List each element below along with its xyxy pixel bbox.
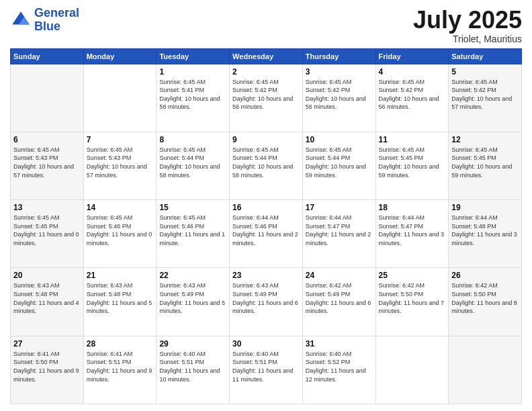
col-friday: Friday	[375, 48, 449, 64]
day-number: 18	[379, 203, 446, 212]
day-number: 9	[232, 135, 300, 144]
table-row: 4Sunrise: 6:45 AMSunset: 5:42 PMDaylight…	[375, 64, 449, 132]
day-info: Sunrise: 6:42 AMSunset: 5:50 PMDaylight:…	[451, 281, 519, 315]
day-info: Sunrise: 6:43 AMSunset: 5:48 PMDaylight:…	[87, 281, 154, 315]
day-info: Sunrise: 6:45 AMSunset: 5:45 PMDaylight:…	[13, 214, 81, 247]
day-info: Sunrise: 6:43 AMSunset: 5:49 PMDaylight:…	[159, 281, 226, 315]
day-info: Sunrise: 6:41 AMSunset: 5:50 PMDaylight:…	[13, 350, 81, 383]
day-info: Sunrise: 6:40 AMSunset: 5:51 PMDaylight:…	[159, 350, 226, 383]
day-number: 4	[379, 67, 446, 77]
table-row: 20Sunrise: 6:43 AMSunset: 5:48 PMDayligh…	[11, 268, 84, 336]
logo-icon	[10, 9, 32, 31]
col-wednesday: Wednesday	[230, 48, 303, 64]
day-number: 16	[232, 203, 300, 212]
day-number: 1	[159, 67, 226, 77]
table-row: 6Sunrise: 6:45 AMSunset: 5:43 PMDaylight…	[11, 132, 84, 199]
day-number: 14	[87, 203, 154, 212]
table-row: 13Sunrise: 6:45 AMSunset: 5:45 PMDayligh…	[11, 200, 84, 268]
page: General Blue July 2025 Triolet, Mauritiu…	[0, 0, 532, 411]
table-row	[11, 64, 84, 132]
day-number: 17	[306, 203, 373, 212]
day-info: Sunrise: 6:45 AMSunset: 5:42 PMDaylight:…	[306, 78, 373, 111]
day-info: Sunrise: 6:44 AMSunset: 5:48 PMDaylight:…	[451, 214, 519, 247]
table-row: 1Sunrise: 6:45 AMSunset: 5:41 PMDaylight…	[157, 64, 230, 132]
table-row: 7Sunrise: 6:45 AMSunset: 5:43 PMDaylight…	[83, 132, 157, 199]
table-row: 28Sunrise: 6:41 AMSunset: 5:51 PMDayligh…	[83, 336, 157, 404]
table-row: 18Sunrise: 6:44 AMSunset: 5:47 PMDayligh…	[375, 200, 449, 268]
calendar-week-row: 13Sunrise: 6:45 AMSunset: 5:45 PMDayligh…	[11, 200, 522, 268]
table-row: 14Sunrise: 6:45 AMSunset: 5:46 PMDayligh…	[83, 200, 157, 268]
table-row: 3Sunrise: 6:45 AMSunset: 5:42 PMDaylight…	[302, 64, 375, 132]
day-number: 24	[306, 271, 373, 280]
day-number: 2	[232, 67, 300, 77]
day-info: Sunrise: 6:43 AMSunset: 5:48 PMDaylight:…	[13, 281, 81, 315]
day-info: Sunrise: 6:45 AMSunset: 5:42 PMDaylight:…	[379, 78, 446, 111]
col-monday: Monday	[83, 48, 157, 64]
table-row: 17Sunrise: 6:44 AMSunset: 5:47 PMDayligh…	[302, 200, 375, 268]
col-saturday: Saturday	[449, 48, 522, 64]
day-number: 27	[13, 339, 81, 349]
day-info: Sunrise: 6:40 AMSunset: 5:51 PMDaylight:…	[232, 350, 300, 383]
day-info: Sunrise: 6:45 AMSunset: 5:43 PMDaylight:…	[13, 146, 81, 179]
day-info: Sunrise: 6:45 AMSunset: 5:45 PMDaylight:…	[451, 146, 519, 179]
day-number: 10	[306, 135, 373, 144]
day-number: 8	[159, 135, 226, 144]
calendar-body: 1Sunrise: 6:45 AMSunset: 5:41 PMDaylight…	[11, 64, 522, 404]
day-number: 13	[13, 203, 81, 212]
calendar-table: Sunday Monday Tuesday Wednesday Thursday…	[10, 48, 522, 404]
col-thursday: Thursday	[302, 48, 375, 64]
table-row: 23Sunrise: 6:43 AMSunset: 5:49 PMDayligh…	[230, 268, 303, 336]
table-row: 12Sunrise: 6:45 AMSunset: 5:45 PMDayligh…	[449, 132, 522, 199]
table-row: 31Sunrise: 6:40 AMSunset: 5:52 PMDayligh…	[302, 336, 375, 404]
table-row: 27Sunrise: 6:41 AMSunset: 5:50 PMDayligh…	[11, 336, 84, 404]
day-number: 23	[232, 271, 300, 280]
day-info: Sunrise: 6:40 AMSunset: 5:52 PMDaylight:…	[306, 350, 373, 383]
table-row: 11Sunrise: 6:45 AMSunset: 5:45 PMDayligh…	[375, 132, 449, 199]
day-number: 28	[87, 339, 154, 349]
day-info: Sunrise: 6:45 AMSunset: 5:43 PMDaylight:…	[87, 146, 154, 179]
day-info: Sunrise: 6:45 AMSunset: 5:41 PMDaylight:…	[159, 78, 226, 111]
col-sunday: Sunday	[11, 48, 84, 64]
day-number: 25	[379, 271, 446, 280]
table-row: 8Sunrise: 6:45 AMSunset: 5:44 PMDaylight…	[157, 132, 230, 199]
day-info: Sunrise: 6:41 AMSunset: 5:51 PMDaylight:…	[87, 350, 154, 383]
table-row: 5Sunrise: 6:45 AMSunset: 5:42 PMDaylight…	[449, 64, 522, 132]
table-row: 19Sunrise: 6:44 AMSunset: 5:48 PMDayligh…	[449, 200, 522, 268]
day-number: 3	[306, 67, 373, 77]
table-row	[83, 64, 157, 132]
day-number: 7	[87, 135, 154, 144]
day-number: 20	[13, 271, 81, 280]
table-row: 26Sunrise: 6:42 AMSunset: 5:50 PMDayligh…	[449, 268, 522, 336]
day-number: 6	[13, 135, 81, 144]
table-row: 29Sunrise: 6:40 AMSunset: 5:51 PMDayligh…	[157, 336, 230, 404]
day-info: Sunrise: 6:45 AMSunset: 5:42 PMDaylight:…	[232, 78, 300, 111]
day-number: 29	[159, 339, 226, 349]
day-number: 22	[159, 271, 226, 280]
calendar-week-row: 1Sunrise: 6:45 AMSunset: 5:41 PMDaylight…	[11, 64, 522, 132]
location-subtitle: Triolet, Mauritius	[413, 34, 522, 44]
table-row: 15Sunrise: 6:45 AMSunset: 5:46 PMDayligh…	[157, 200, 230, 268]
logo: General Blue	[10, 7, 79, 34]
day-number: 19	[451, 203, 519, 212]
logo-line2: Blue	[34, 19, 60, 33]
day-number: 31	[306, 339, 373, 349]
day-number: 5	[451, 67, 519, 77]
day-info: Sunrise: 6:45 AMSunset: 5:44 PMDaylight:…	[159, 146, 226, 179]
table-row	[375, 336, 449, 404]
day-number: 21	[87, 271, 154, 280]
table-row: 21Sunrise: 6:43 AMSunset: 5:48 PMDayligh…	[83, 268, 157, 336]
table-row: 24Sunrise: 6:42 AMSunset: 5:49 PMDayligh…	[302, 268, 375, 336]
day-number: 12	[451, 135, 519, 144]
day-number: 30	[232, 339, 300, 349]
logo-text: General Blue	[34, 7, 79, 34]
day-info: Sunrise: 6:45 AMSunset: 5:42 PMDaylight:…	[451, 78, 519, 111]
logo-line1: General	[34, 6, 79, 19]
calendar-week-row: 6Sunrise: 6:45 AMSunset: 5:43 PMDaylight…	[11, 132, 522, 199]
table-row: 30Sunrise: 6:40 AMSunset: 5:51 PMDayligh…	[230, 336, 303, 404]
header: General Blue July 2025 Triolet, Mauritiu…	[10, 7, 522, 44]
day-number: 26	[451, 271, 519, 280]
day-number: 15	[159, 203, 226, 212]
month-title: July 2025	[413, 7, 522, 34]
table-row	[449, 336, 522, 404]
day-info: Sunrise: 6:43 AMSunset: 5:49 PMDaylight:…	[232, 281, 300, 315]
